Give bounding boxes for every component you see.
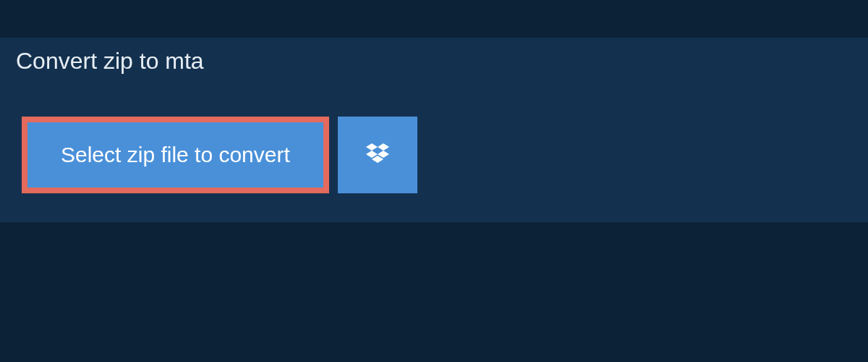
select-file-button[interactable]: Select zip file to convert (27, 122, 323, 188)
tab-convert[interactable]: Convert zip to mta (0, 38, 224, 88)
svg-marker-3 (378, 151, 389, 158)
upload-controls: Select zip file to convert (0, 88, 868, 222)
svg-marker-1 (378, 143, 389, 151)
select-file-label: Select zip file to convert (61, 143, 290, 167)
svg-marker-0 (366, 143, 378, 151)
top-bar (0, 0, 868, 38)
select-file-highlight: Select zip file to convert (22, 117, 329, 193)
dropbox-icon (363, 140, 392, 169)
tab-row: Convert zip to mta (0, 38, 868, 88)
bottom-panel (0, 222, 868, 362)
dropbox-button[interactable] (338, 117, 417, 193)
svg-marker-2 (366, 151, 378, 158)
tab-label: Convert zip to mta (16, 48, 204, 74)
svg-marker-4 (372, 156, 383, 163)
